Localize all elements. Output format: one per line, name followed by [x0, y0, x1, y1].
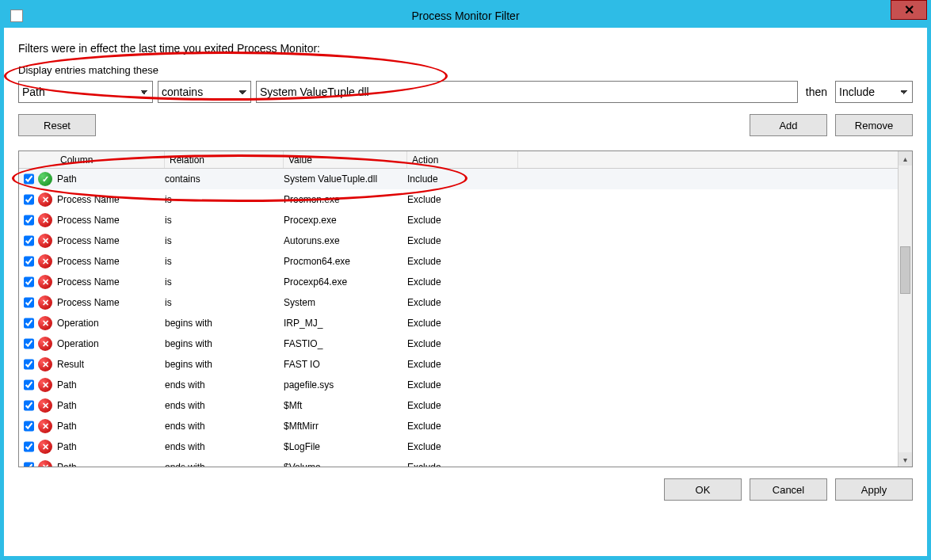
- row-checkbox[interactable]: [24, 215, 34, 226]
- row-icon-cell: [35, 378, 55, 392]
- row-checkbox[interactable]: [24, 194, 34, 205]
- row-column: Result: [55, 359, 165, 370]
- row-checkbox[interactable]: [24, 359, 34, 370]
- cancel-button[interactable]: Cancel: [750, 478, 827, 501]
- action-select[interactable]: Include: [835, 81, 913, 103]
- add-button[interactable]: Add: [750, 114, 827, 136]
- row-checkbox[interactable]: [24, 462, 34, 467]
- close-button[interactable]: ✕: [891, 0, 927, 20]
- ok-button[interactable]: OK: [664, 478, 742, 501]
- row-relation: begins with: [165, 318, 284, 329]
- row-value: Autoruns.exe: [284, 235, 407, 246]
- row-checkbox[interactable]: [24, 173, 34, 185]
- row-relation: is: [165, 297, 284, 308]
- row-column: Operation: [55, 338, 165, 349]
- apply-button[interactable]: Apply: [835, 478, 913, 501]
- row-column: Path: [55, 441, 165, 452]
- row-icon-cell: [35, 275, 55, 289]
- table-row[interactable]: Pathends withpagefile.sysExclude: [19, 375, 898, 395]
- prompt-label: Display entries matching these: [18, 64, 913, 76]
- row-checkbox[interactable]: [24, 421, 34, 432]
- button-row: Reset Add Remove: [18, 114, 913, 136]
- header-action[interactable]: Action: [407, 151, 518, 168]
- row-icon-cell: [35, 440, 55, 454]
- row-checkbox[interactable]: [24, 379, 34, 390]
- exclude-icon: [38, 398, 52, 413]
- row-relation: begins with: [165, 359, 284, 370]
- close-icon: ✕: [904, 2, 914, 17]
- row-action: Exclude: [407, 256, 518, 267]
- row-checkbox-cell: [19, 253, 35, 269]
- table-row[interactable]: Operationbegins withFASTIO_Exclude: [19, 333, 898, 354]
- row-checkbox[interactable]: [24, 256, 34, 267]
- row-value: Procmon64.exe: [284, 256, 407, 267]
- row-column: Operation: [55, 318, 165, 329]
- row-value: System: [284, 297, 407, 308]
- row-relation: ends with: [165, 462, 284, 467]
- vertical-scrollbar[interactable]: ▴ ▾: [898, 151, 912, 467]
- include-icon: [38, 172, 52, 186]
- scroll-thumb[interactable]: [900, 246, 910, 294]
- table-row[interactable]: Process NameisAutoruns.exeExclude: [19, 230, 898, 251]
- row-column: Process Name: [55, 276, 165, 288]
- row-checkbox[interactable]: [24, 235, 34, 246]
- row-checkbox-cell: [19, 295, 35, 310]
- header-value[interactable]: Value: [284, 151, 407, 168]
- row-checkbox-cell: [19, 315, 35, 331]
- table-row[interactable]: Process NameisProcmon64.exeExclude: [19, 251, 898, 272]
- table-row[interactable]: Process NameisProcexp.exeExclude: [19, 210, 898, 230]
- row-action: Exclude: [407, 338, 518, 349]
- row-icon-cell: [35, 172, 55, 186]
- row-icon-cell: [35, 295, 55, 310]
- scroll-up-icon[interactable]: ▴: [899, 151, 912, 166]
- value-input[interactable]: [256, 81, 798, 103]
- row-checkbox[interactable]: [24, 441, 34, 452]
- row-checkbox[interactable]: [24, 338, 34, 349]
- dialog-content: Filters were in effect the last time you…: [4, 28, 927, 509]
- table-row[interactable]: Process NameisSystemExclude: [19, 292, 898, 313]
- table-row[interactable]: Resultbegins withFAST IOExclude: [19, 354, 898, 375]
- table-row[interactable]: Process NameisProcmon.exeExclude: [19, 189, 898, 210]
- window-title: Process Monitor Filter: [4, 10, 927, 22]
- header-relation[interactable]: Relation: [165, 151, 284, 168]
- exclude-icon: [38, 316, 52, 330]
- exclude-icon: [38, 337, 52, 351]
- table-row[interactable]: Pathends with$MftMirrExclude: [19, 416, 898, 436]
- row-value: IRP_MJ_: [284, 318, 407, 329]
- row-value: $LogFile: [284, 441, 407, 452]
- row-checkbox-cell: [19, 192, 35, 208]
- remove-button[interactable]: Remove: [835, 114, 913, 136]
- exclude-icon: [38, 213, 52, 227]
- row-checkbox[interactable]: [24, 400, 34, 411]
- spacer: [96, 114, 750, 136]
- relation-select[interactable]: contains: [158, 81, 251, 103]
- header-column[interactable]: Column: [55, 151, 165, 168]
- row-checkbox[interactable]: [24, 297, 34, 308]
- table-row[interactable]: Pathends with$MftExclude: [19, 395, 898, 416]
- column-select[interactable]: Path: [18, 81, 153, 103]
- filter-grid: Column Relation Value Action Pathcontain…: [18, 150, 913, 467]
- scroll-down-icon[interactable]: ▾: [899, 452, 912, 467]
- row-value: FAST IO: [284, 359, 407, 370]
- exclude-icon: [38, 254, 52, 269]
- table-row[interactable]: PathcontainsSystem ValueTuple.dllInclude: [19, 169, 898, 189]
- row-relation: is: [165, 215, 284, 226]
- row-checkbox[interactable]: [24, 276, 34, 288]
- row-icon-cell: [35, 419, 55, 433]
- exclude-icon: [38, 234, 52, 248]
- header-icon-col: [35, 151, 55, 168]
- table-row[interactable]: Pathends with$LogFileExclude: [19, 436, 898, 457]
- title-bar: Process Monitor Filter ✕: [4, 4, 927, 28]
- reset-button[interactable]: Reset: [18, 114, 96, 136]
- row-column: Process Name: [55, 235, 165, 246]
- exclude-icon: [38, 440, 52, 454]
- table-row[interactable]: Operationbegins withIRP_MJ_Exclude: [19, 313, 898, 333]
- table-row[interactable]: Process NameisProcexp64.exeExclude: [19, 272, 898, 292]
- row-value: Procexp.exe: [284, 215, 407, 226]
- row-action: Include: [407, 173, 518, 185]
- row-icon-cell: [35, 192, 55, 207]
- table-row[interactable]: Pathends with$VolumeExclude: [19, 457, 898, 467]
- row-relation: ends with: [165, 441, 284, 452]
- row-checkbox[interactable]: [24, 318, 34, 329]
- row-relation: ends with: [165, 379, 284, 390]
